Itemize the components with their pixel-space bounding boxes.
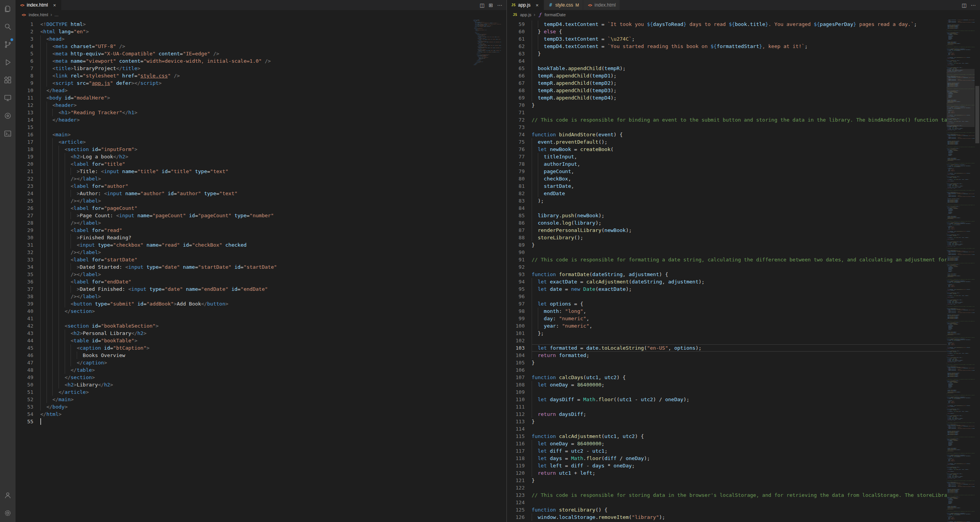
line-number[interactable]: 45: [16, 344, 33, 352]
line-number[interactable]: 105: [507, 359, 525, 366]
code-line[interactable]: 107function calcDays(utc1, utc2) {: [507, 374, 947, 381]
code-line[interactable]: 81 startDate,: [507, 182, 947, 190]
code-line[interactable]: 96: [507, 293, 947, 300]
code-line[interactable]: 45 <caption id="btCaption">: [16, 344, 473, 352]
code-line[interactable]: 93function formatDate(dateString, adjust…: [507, 271, 947, 278]
code-line[interactable]: 49 </section>: [16, 374, 473, 381]
line-number[interactable]: 112: [507, 410, 525, 418]
code-line[interactable]: 60 } else {: [507, 28, 947, 35]
code-line[interactable]: 69 tempR.appendChild(tempD4);: [507, 94, 947, 101]
line-number[interactable]: 113: [507, 418, 525, 425]
line-number[interactable]: 1: [16, 21, 33, 28]
code-line[interactable]: 116 let oneDay = 86400000;: [507, 440, 947, 447]
code-line[interactable]: 46 Books Overview: [16, 352, 473, 359]
line-number[interactable]: 61: [507, 35, 525, 43]
line-number[interactable]: 55: [16, 418, 33, 425]
code-line[interactable]: 104 return formatted;: [507, 352, 947, 359]
line-number[interactable]: 14: [16, 116, 33, 124]
line-number[interactable]: 63: [507, 50, 525, 57]
line-number[interactable]: 38: [16, 293, 33, 300]
line-number[interactable]: 109: [507, 388, 525, 396]
line-number[interactable]: 122: [507, 484, 525, 491]
code-line[interactable]: 9 <script src="app.js" defer></script>: [16, 79, 473, 87]
code-line[interactable]: 112 return daysDiff;: [507, 410, 947, 418]
line-number[interactable]: 126: [507, 513, 525, 521]
line-number[interactable]: 36: [16, 278, 33, 285]
line-number[interactable]: 25: [16, 197, 33, 204]
line-number[interactable]: 29: [16, 227, 33, 234]
line-number[interactable]: 5: [16, 50, 33, 57]
terminal-icon[interactable]: [0, 125, 16, 143]
code-line[interactable]: 25 /></label>: [16, 197, 473, 204]
split-editor-icon[interactable]: ◫: [480, 2, 484, 8]
code-line[interactable]: 3 <head>: [16, 35, 473, 43]
code-line[interactable]: 1<!DOCTYPE html>: [16, 21, 473, 28]
line-number[interactable]: 71: [507, 109, 525, 116]
code-area[interactable]: 1<!DOCTYPE html>2<html lang="en">3 <head…: [16, 19, 473, 522]
code-line[interactable]: 125function storeLibrary() {: [507, 506, 947, 513]
code-line[interactable]: 42 <section id="bookTableSection">: [16, 322, 473, 330]
line-number[interactable]: 119: [507, 462, 525, 469]
code-line[interactable]: 22 /></label>: [16, 175, 473, 182]
more-actions-icon[interactable]: ⋯: [497, 2, 502, 8]
line-number[interactable]: 10: [16, 87, 33, 94]
code-line[interactable]: 97 let options = {: [507, 300, 947, 307]
code-line[interactable]: 24 >Author: <input name="author" id="aut…: [16, 190, 473, 197]
code-line[interactable]: 48 </table>: [16, 366, 473, 374]
code-line[interactable]: 72// This code is responsible for bindin…: [507, 116, 947, 124]
code-line[interactable]: 110 let daysDiff = Math.floor((utc1 - ut…: [507, 396, 947, 403]
code-line[interactable]: 29 <label for="read": [16, 227, 473, 234]
code-line[interactable]: 33 <label for="startDate": [16, 256, 473, 263]
extensions-icon[interactable]: [0, 71, 16, 89]
line-number[interactable]: 59: [507, 21, 525, 28]
line-number[interactable]: 8: [16, 72, 33, 79]
line-number[interactable]: 121: [507, 477, 525, 484]
line-number[interactable]: 91: [507, 256, 525, 263]
code-line[interactable]: 34 >Dated Started: <input type="date" na…: [16, 263, 473, 271]
code-line[interactable]: 15: [16, 124, 473, 131]
line-number[interactable]: 35: [16, 271, 33, 278]
line-number[interactable]: 40: [16, 307, 33, 315]
line-number[interactable]: 60: [507, 28, 525, 35]
line-number[interactable]: 42: [16, 322, 33, 330]
code-line[interactable]: 63 }: [507, 50, 947, 57]
run-debug-icon[interactable]: [0, 53, 16, 71]
line-number[interactable]: 52: [16, 396, 33, 403]
code-line[interactable]: 102: [507, 337, 947, 344]
line-number[interactable]: 114: [507, 425, 525, 433]
code-line[interactable]: 18 <section id="inputForm">: [16, 146, 473, 153]
code-line[interactable]: 32 /></label>: [16, 249, 473, 256]
line-number[interactable]: 115: [507, 433, 525, 440]
line-number[interactable]: 20: [16, 160, 33, 168]
code-line[interactable]: 62 tempD4.textContent = `You started rea…: [507, 43, 947, 50]
line-number[interactable]: 87: [507, 227, 525, 234]
source-control-icon[interactable]: [0, 36, 16, 53]
line-number[interactable]: 50: [16, 381, 33, 388]
line-number[interactable]: 47: [16, 359, 33, 366]
line-number[interactable]: 102: [507, 337, 525, 344]
line-number[interactable]: 54: [16, 410, 33, 418]
line-number[interactable]: 111: [507, 403, 525, 410]
line-number[interactable]: 23: [16, 182, 33, 190]
line-number[interactable]: 80: [507, 175, 525, 182]
code-line[interactable]: 4 <meta charset="UTF-8" />: [16, 43, 473, 50]
breadcrumb-file[interactable]: app.js: [520, 12, 531, 17]
code-line[interactable]: 55: [16, 418, 473, 425]
line-number[interactable]: 68: [507, 87, 525, 94]
minimap[interactable]: tempD4.textContent = `It took you ${days…: [947, 19, 975, 522]
code-line[interactable]: 77 titleInput,: [507, 153, 947, 160]
vertical-scrollbar[interactable]: [501, 19, 506, 522]
line-number[interactable]: 16: [16, 131, 33, 138]
line-number[interactable]: 41: [16, 315, 33, 322]
line-number[interactable]: 110: [507, 396, 525, 403]
line-number[interactable]: 72: [507, 116, 525, 124]
minimap[interactable]: <!DOCTYPE html><html lang="en"> <head> <…: [473, 19, 501, 522]
code-line[interactable]: 28 /></label>: [16, 219, 473, 227]
code-line[interactable]: 64: [507, 57, 947, 65]
line-number[interactable]: 86: [507, 219, 525, 227]
code-line[interactable]: 71: [507, 109, 947, 116]
code-line[interactable]: 51 </article>: [16, 388, 473, 396]
line-number[interactable]: 26: [16, 204, 33, 212]
line-number[interactable]: 98: [507, 307, 525, 315]
code-line[interactable]: 36 <label for="endDate": [16, 278, 473, 285]
